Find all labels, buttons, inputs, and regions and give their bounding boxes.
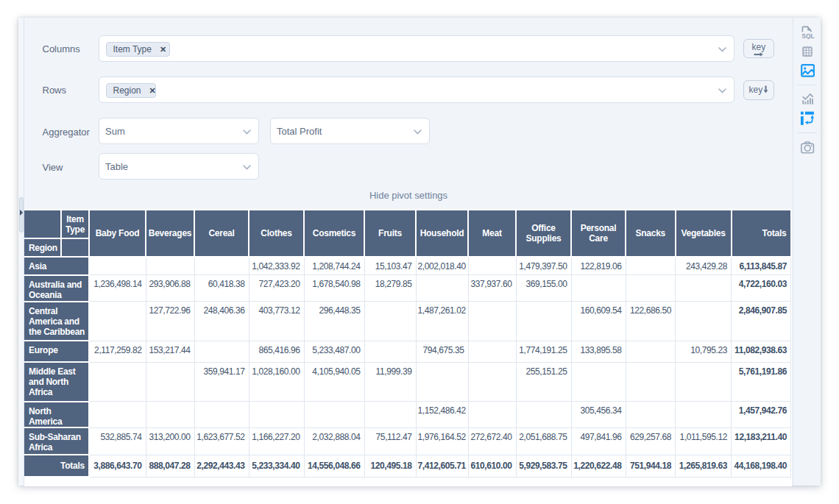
svg-text:SQL: SQL <box>801 32 815 39</box>
